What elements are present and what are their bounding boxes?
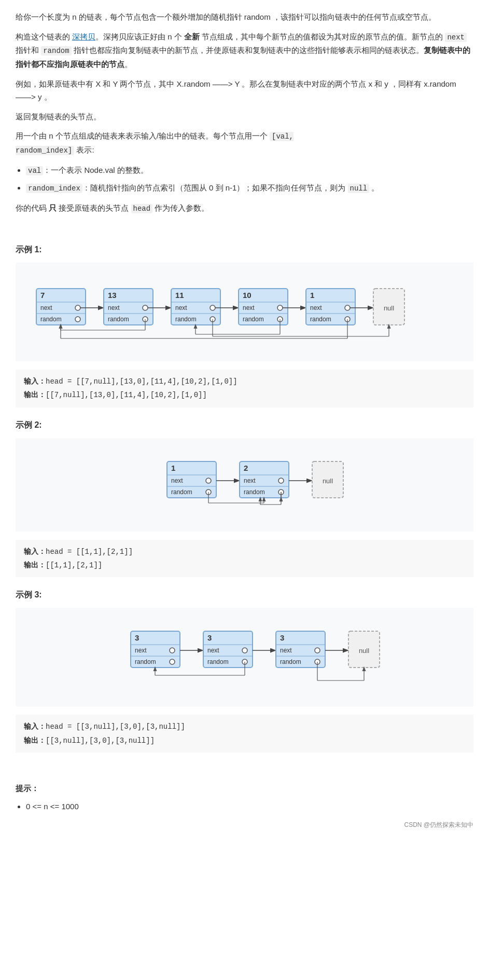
intro-para1: 给你一个长度为 n 的链表，每个节点包含一个额外增加的随机指针 random ，… [16,10,473,24]
svg-text:3: 3 [135,633,139,642]
example3-io: 输入：head = [[3,null],[3,0],[3,null]] 输出：[… [16,715,473,752]
example3-diagram: 3 next random 3 next random 3 next [16,608,473,706]
svg-point-7 [75,317,80,322]
svg-text:next: next [310,304,322,311]
svg-text:random: random [280,658,301,665]
svg-text:next: next [108,304,120,311]
example2-input-label: 输入： [24,547,46,555]
intro-para5: 用一个由 n 个节点组成的链表来表示输入/输出中的链表。每个节点用一个 [val… [16,129,473,157]
hint-title: 提示： [16,782,473,795]
svg-text:random: random [310,316,331,323]
intro-para4: 返回复制链表的头节点。 [16,110,473,124]
example1-io: 输入：head = [[7,null],[13,0],[11,4],[10,2]… [16,370,473,407]
footer: CSDN @仍然探索未知中 [16,820,473,830]
svg-text:next: next [243,304,255,311]
example1-title: 示例 1: [16,242,473,256]
deepcopy-link[interactable]: 深拷贝 [72,32,95,41]
example3-input-label: 输入： [24,722,46,730]
svg-text:random: random [207,658,229,665]
intro-para3: 例如，如果原链表中有 X 和 Y 两个节点，其中 X.random ——> Y … [16,77,473,104]
svg-text:next: next [175,304,187,311]
svg-point-14 [143,305,148,310]
example2-output-value: [[1,1],[2,1]] [46,561,102,569]
example1-svg: 7 next random 13 next random 11 [26,278,463,346]
bullet-item-random: random_index：随机指针指向的节点索引（范围从 0 到 n-1）；如果… [26,181,473,195]
bullet-item-val: val：一个表示 Node.val 的整数。 [26,164,473,178]
svg-text:13: 13 [108,291,117,300]
example1-output-value: [[7,null],[13,0],[11,4],[10,2],[1,0]] [46,391,207,399]
svg-point-90 [170,648,175,653]
svg-text:random: random [171,488,192,496]
hint-list: 0 <= n <= 1000 [26,800,473,813]
svg-text:2: 2 [244,464,248,472]
intro-para6: 你的代码 只 接受原链表的头节点 head 作为传入参数。 [16,201,473,215]
intro-para2: 构造这个链表的 深拷贝。深拷贝应该正好由 n 个 全新 节点组成，其中每个新节点… [16,30,473,71]
svg-text:random: random [40,316,62,323]
svg-text:random: random [243,316,264,323]
example1-output-label: 输出： [24,390,46,399]
example3-output-label: 输出： [24,736,46,744]
svg-point-108 [315,648,320,653]
svg-text:7: 7 [40,291,45,300]
svg-text:1: 1 [310,291,314,300]
bold-new: 全新 [184,32,200,41]
example2-svg: 1 next random 2 next random null [115,454,374,516]
svg-point-32 [277,305,283,310]
svg-text:random: random [175,316,197,323]
hint-item1: 0 <= n <= 1000 [26,800,473,813]
svg-text:next: next [244,477,256,484]
svg-point-41 [345,305,350,310]
svg-text:next: next [171,477,183,484]
example1-input-label: 输入： [24,377,46,385]
svg-text:next: next [280,647,292,654]
bold-warning: 复制链表中的指针都不应指向原链表中的节点 [16,46,470,69]
svg-point-92 [170,659,175,664]
svg-text:null: null [358,647,369,655]
svg-text:random: random [244,488,265,496]
example3-svg: 3 next random 3 next random 3 next [89,623,400,691]
svg-text:10: 10 [243,291,252,300]
example3-title: 示例 3: [16,588,473,602]
svg-text:11: 11 [175,291,184,300]
svg-point-73 [278,478,284,483]
hint-section: 提示： 0 <= n <= 1000 [16,782,473,813]
svg-text:random: random [108,316,129,323]
svg-text:next: next [207,647,219,654]
svg-text:random: random [135,658,156,665]
svg-text:next: next [40,304,52,311]
svg-point-99 [242,648,247,653]
example1-input-value: head = [[7,null],[13,0],[11,4],[10,2],[1… [46,377,237,386]
bullet-list: val：一个表示 Node.val 的整数。 random_index：随机指针… [26,164,473,196]
svg-text:null: null [384,304,394,312]
example3-output-value: [[3,null],[3,0],[3,null]] [46,737,155,745]
example2-diagram: 1 next random 2 next random null [16,438,473,532]
svg-text:1: 1 [171,464,175,472]
example1-diagram: 7 next random 13 next random 11 [16,263,473,361]
example3-input-value: head = [[3,null],[3,0],[3,null]] [46,723,185,731]
svg-point-5 [75,305,80,310]
svg-point-64 [206,478,211,483]
example2-output-label: 输出： [24,561,46,569]
svg-text:next: next [135,647,147,654]
svg-text:null: null [322,477,332,485]
svg-text:3: 3 [280,633,284,642]
example2-io: 输入：head = [[1,1],[2,1]] 输出：[[1,1],[2,1]] [16,540,473,577]
example2-title: 示例 2: [16,418,473,432]
svg-text:3: 3 [207,633,212,642]
svg-point-23 [210,305,215,310]
example2-input-value: head = [[1,1],[2,1]] [46,548,133,556]
